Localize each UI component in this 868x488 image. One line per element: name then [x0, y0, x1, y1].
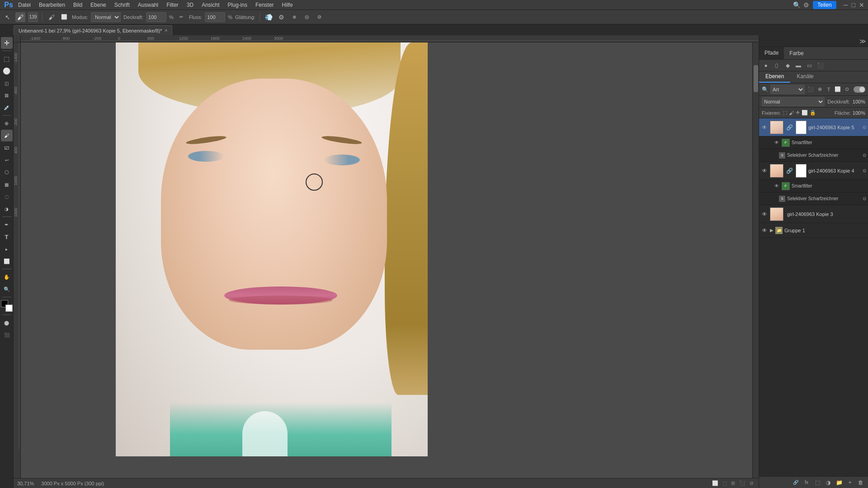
layer-adjustment-icon[interactable]: ◑ [824, 478, 833, 487]
menu-item-datei[interactable]: Datei [14, 1, 34, 9]
layer-group-icon[interactable]: 📁 [835, 478, 844, 487]
ebenen-tab[interactable]: Ebenen [759, 71, 790, 83]
blur-tool-btn[interactable]: ◌ [1, 191, 13, 202]
symmetry-icon[interactable]: ⊕ [289, 12, 299, 22]
clone-stamp-btn[interactable]: 🖃 [1, 142, 13, 154]
history-brush-btn[interactable]: ↩ [1, 154, 13, 166]
layer-mode-select[interactable]: Normal [762, 97, 825, 106]
filter-icon-4[interactable]: ⬜ [834, 85, 842, 94]
maximize-icon[interactable]: □ [852, 1, 855, 9]
status-icon-1[interactable]: ⬜ [712, 480, 718, 486]
modus-select[interactable]: Normal [91, 12, 121, 22]
search-icon[interactable]: 🔍 [793, 1, 801, 9]
menu-item-3d[interactable]: 3D [183, 1, 197, 9]
menu-item-bearbeiten[interactable]: Bearbeiten [35, 1, 69, 9]
menu-item-hilfe[interactable]: Hilfe [278, 1, 297, 9]
layer-vis-kopie4[interactable]: ⊙ [863, 168, 866, 173]
canvas-area[interactable] [21, 42, 759, 478]
fluss-input[interactable] [205, 12, 225, 22]
background-color[interactable] [5, 305, 13, 312]
eraser-tool-btn[interactable]: ⬡ [1, 166, 13, 178]
panel-icon-oval[interactable]: ⬯ [772, 61, 782, 70]
layer-item-kopie3[interactable]: 👁 girl-2406963 Kopie 3 [759, 205, 868, 223]
layer-item-kopie4[interactable]: 👁 🔗 girl-2406963 Kopie 4 ⊙ [759, 162, 868, 180]
filter-type-select[interactable]: Art [770, 85, 805, 94]
menu-item-schrift[interactable]: Schrift [111, 1, 133, 9]
menu-item-bild[interactable]: Bild [70, 1, 86, 9]
angle-icon[interactable]: ◎ [302, 12, 312, 22]
layer-group-1[interactable]: 👁 ▶ 📁 Gruppe 1 [759, 223, 868, 238]
layer-eye-kopie4[interactable]: 👁 [761, 167, 768, 174]
filter-icon-2[interactable]: ⊕ [816, 85, 824, 94]
lock-artboard-icon[interactable]: ⬜ [802, 110, 808, 116]
menu-item-ansicht[interactable]: Ansicht [198, 1, 223, 9]
clone-stamp-icon[interactable]: ⬜ [59, 12, 69, 22]
quick-mask-btn[interactable]: ⬤ [1, 317, 13, 328]
panel-icon-rect3[interactable]: ⬛ [815, 61, 825, 70]
flaeche-value[interactable]: 100% [853, 110, 865, 116]
minimize-icon[interactable]: ─ [844, 1, 848, 9]
lock-pos-icon[interactable]: ✛ [796, 110, 800, 116]
filter-toggle[interactable] [854, 86, 865, 93]
lock-image-icon[interactable]: 🖌 [789, 110, 794, 116]
hand-tool-btn[interactable]: ✋ [1, 271, 13, 283]
deckraft-icon[interactable]: ✏ [176, 12, 186, 22]
brush-tool-icon[interactable]: 🖌 [15, 12, 25, 22]
brush-preset-icon[interactable]: 🖌 [47, 12, 57, 22]
text-tool-btn[interactable]: T [1, 231, 13, 243]
layer-link-mode-icon[interactable]: 🔗 [791, 478, 800, 487]
canvas-document[interactable] [116, 42, 428, 456]
panel-icon-rect2[interactable]: ▭ [804, 61, 814, 70]
panel-icon-rect[interactable]: ▬ [793, 61, 803, 70]
menu-item-filter[interactable]: Filter [163, 1, 182, 9]
lasso-tool-btn[interactable]: ⚪ [1, 65, 13, 77]
layer-sub-scharf-1[interactable]: S Selektiver Scharfzeichner ⊙ [759, 149, 868, 162]
dodge-tool-btn[interactable]: ◑ [1, 203, 13, 215]
menu-item-auswahl[interactable]: Auswahl [134, 1, 162, 9]
deckraft-input[interactable] [146, 12, 166, 22]
gradient-tool-btn[interactable]: ▦ [1, 178, 13, 190]
farbe-tab[interactable]: Farbe [784, 47, 809, 59]
workspace-icon[interactable]: ⚙ [803, 1, 809, 9]
layer-eye-kopie5[interactable]: 👁 [761, 124, 768, 131]
settings-icon[interactable]: ⚙ [277, 12, 287, 22]
layer-mask-icon[interactable]: ⬚ [813, 478, 822, 487]
panel-icon-circle[interactable]: ● [761, 61, 771, 70]
status-icon-3[interactable]: ⊞ [731, 480, 735, 486]
deckkraft-value[interactable]: 100% [853, 99, 865, 104]
app-logo-icon[interactable]: Ps [4, 0, 14, 10]
filter-icon-3[interactable]: T [825, 85, 833, 94]
close-tab-button[interactable]: × [165, 28, 167, 33]
scrollbar-vertical[interactable] [752, 42, 759, 478]
lock-transparent-icon[interactable]: ⬚ [783, 110, 787, 116]
pressure-icon[interactable]: ⊘ [315, 12, 325, 22]
airbrush-icon[interactable]: 💨 [264, 12, 274, 22]
sub-vis-scharf-2[interactable]: ⊙ [863, 196, 866, 201]
eyedropper-btn[interactable]: 💉 [1, 102, 13, 113]
layer-eye-kopie3[interactable]: 👁 [761, 211, 768, 218]
layer-sub-scharf-2[interactable]: S Selektiver Scharfzeichner ⊙ [759, 192, 868, 205]
layer-vis-kopie5[interactable]: ⊙ [863, 125, 866, 130]
healing-brush-btn[interactable]: ⊕ [1, 117, 13, 129]
menu-item-fenster[interactable]: Fenster [252, 1, 278, 9]
sub-eye-smartfilter-1[interactable]: 👁 [774, 140, 780, 146]
marquee-tool-btn[interactable]: ⬚ [1, 53, 13, 65]
layer-sub-smartfilter-2[interactable]: 👁 F Smartfilter [759, 180, 868, 192]
document-tab[interactable]: Unbenannt-1 bei 27,9% (girl-2406963 Kopi… [14, 25, 172, 35]
screen-mode-btn[interactable]: ⬛ [1, 329, 13, 341]
lock-all-icon[interactable]: 🔒 [810, 110, 816, 116]
sub-eye-smartfilter-2[interactable]: 👁 [774, 183, 780, 189]
filter-icon-5[interactable]: ⊙ [843, 85, 851, 94]
crop-tool-btn[interactable]: ⊠ [1, 89, 13, 101]
close-icon[interactable]: ✕ [859, 1, 864, 9]
move-tool-btn[interactable]: ✛ [1, 37, 13, 49]
layer-add-icon[interactable]: + [845, 478, 854, 487]
object-select-btn[interactable]: ◫ [1, 77, 13, 89]
sub-vis-scharf-1[interactable]: ⊙ [863, 153, 866, 158]
status-icon-2[interactable]: ⬚ [722, 480, 727, 486]
filter-icon-1[interactable]: ⬛ [807, 85, 815, 94]
status-icon-4[interactable]: ⬛ [739, 480, 745, 486]
move-tool-icon[interactable]: ↖ [3, 12, 13, 22]
menu-item-ebene[interactable]: Ebene [87, 1, 110, 9]
pen-tool-btn[interactable]: ✒ [1, 219, 13, 230]
